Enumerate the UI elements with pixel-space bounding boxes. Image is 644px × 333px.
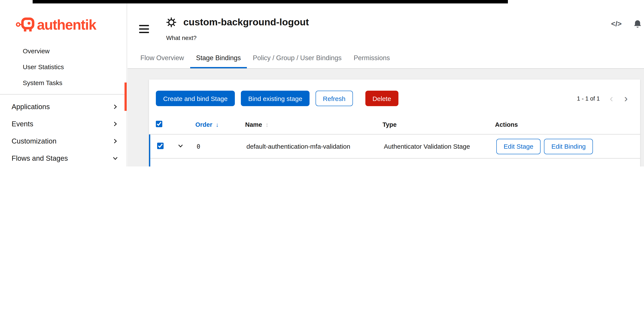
tab-stage-bindings[interactable]: Stage Bindings <box>190 49 247 68</box>
tab-bar: Flow Overview Stage Bindings Policy / Gr… <box>128 49 644 69</box>
chevron-right-icon <box>112 138 118 144</box>
tab-flow-overview[interactable]: Flow Overview <box>134 49 190 68</box>
hamburger-menu-icon[interactable] <box>139 25 149 35</box>
delete-button[interactable]: Delete <box>365 91 398 106</box>
brand-text: authentik <box>37 17 96 33</box>
collapse-row-button[interactable] <box>176 141 185 151</box>
bind-existing-stage-button[interactable]: Bind existing stage <box>241 91 310 106</box>
cell-type: Authenticator Validation Stage <box>384 143 496 150</box>
sidebar-section-events[interactable]: Events <box>0 115 127 132</box>
sidebar-orange-accent <box>124 83 127 111</box>
sidebar-item-system-tasks[interactable]: System Tasks <box>0 75 127 91</box>
tab-permissions[interactable]: Permissions <box>348 49 396 68</box>
page-header: custom-background-logout What next? </> <box>128 4 644 49</box>
top-black-bar <box>33 0 508 4</box>
pagination-next-button[interactable]: › <box>619 91 633 106</box>
edit-stage-button[interactable]: Edit Stage <box>496 139 540 154</box>
page-subtitle: What next? <box>166 34 197 41</box>
stage-bindings-card: Create and bind Stage Bind existing stag… <box>149 80 640 167</box>
sidebar-item-overview[interactable]: Overview <box>0 43 127 59</box>
edit-binding-button[interactable]: Edit Binding <box>544 139 593 154</box>
stage-binding-row: 0 default-authentication-mfa-validation … <box>150 135 640 159</box>
pagination-top: 1 - 1 of 1 ‹ › <box>577 91 633 106</box>
stage-table-header: Order↓ Name↕ Type Actions <box>149 115 640 135</box>
column-label: Name <box>245 121 262 128</box>
sidebar-section-label: Flows and Stages <box>12 154 68 162</box>
sidebar: authentik Overview User Statistics Syste… <box>0 4 127 167</box>
sort-icon: ↕ <box>266 121 268 128</box>
sidebar-nav: Overview User Statistics System Tasks Ap… <box>0 43 127 167</box>
chevron-down-icon <box>178 143 183 148</box>
cell-order: 0 <box>197 143 246 150</box>
pagination-label: 1 - 1 of 1 <box>577 95 600 102</box>
main-area: custom-background-logout What next? </> … <box>128 4 644 167</box>
column-header-name[interactable]: Name↕ <box>245 121 382 128</box>
select-all-checkbox[interactable] <box>156 121 162 127</box>
sidebar-item-user-statistics[interactable]: User Statistics <box>0 59 127 75</box>
chevron-right-icon <box>112 104 118 109</box>
authentik-logo-icon <box>16 16 34 34</box>
page-title: custom-background-logout <box>183 17 309 28</box>
tab-content: Create and bind Stage Bind existing stag… <box>128 69 644 167</box>
pagination-prev-button[interactable]: ‹ <box>604 91 619 106</box>
column-header-actions: Actions <box>495 121 633 128</box>
column-header-type: Type <box>382 121 495 128</box>
column-header-order[interactable]: Order↓ <box>195 121 245 128</box>
expanded-row-region: 0 default-authentication-mfa-validation … <box>149 135 640 167</box>
sidebar-section-applications[interactable]: Applications <box>0 98 127 115</box>
tab-policy-group-user-bindings[interactable]: Policy / Group / User Bindings <box>247 49 348 68</box>
column-label: Order <box>195 121 212 128</box>
policy-bindings-panel: These bindings control if this stage wil… <box>150 159 640 167</box>
row-checkbox[interactable] <box>157 142 164 149</box>
sidebar-section-label: Events <box>12 120 33 128</box>
notifications-bell-icon[interactable] <box>633 19 642 29</box>
stage-bindings-toolbar: Create and bind Stage Bind existing stag… <box>149 80 640 115</box>
chevron-down-icon <box>112 155 118 161</box>
authentik-logo: authentik <box>0 4 127 34</box>
sidebar-section-label: Applications <box>12 103 50 111</box>
sidebar-divider <box>0 94 127 95</box>
sidebar-section-label: Customization <box>12 137 56 145</box>
flow-icon <box>165 16 177 28</box>
create-and-bind-stage-button[interactable]: Create and bind Stage <box>156 91 235 106</box>
sidebar-section-customization[interactable]: Customization <box>0 132 127 150</box>
sidebar-section-flows-and-stages[interactable]: Flows and Stages <box>0 150 127 167</box>
chevron-right-icon <box>112 121 118 127</box>
api-code-icon[interactable]: </> <box>611 20 622 28</box>
refresh-button[interactable]: Refresh <box>316 91 353 106</box>
cell-name: default-authentication-mfa-validation <box>246 143 384 150</box>
app-window: authentik Overview User Statistics Syste… <box>0 0 644 167</box>
sort-descending-icon: ↓ <box>216 121 219 128</box>
